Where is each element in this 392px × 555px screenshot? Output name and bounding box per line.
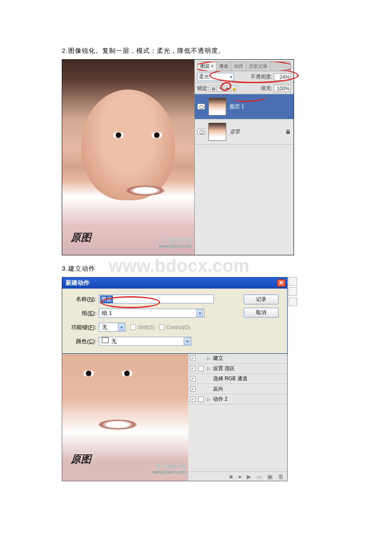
chevron-down-icon: ▾ <box>118 324 125 331</box>
site-watermark-zh: 中国教程网 <box>159 238 192 243</box>
visibility-eye-icon[interactable] <box>197 104 205 110</box>
fnkey-select[interactable]: 无 ▾ <box>99 323 126 332</box>
group-value: 组 1 <box>102 309 112 317</box>
tab-layers[interactable]: 图层 × <box>198 62 216 71</box>
lock-transparency-icon[interactable]: ▨ <box>210 86 216 92</box>
fill-input[interactable]: 100% <box>274 85 291 92</box>
dialog-buttons: 记录 取消 <box>237 295 283 346</box>
side-icon[interactable] <box>288 277 297 286</box>
site-watermark: 中国教程网 www.jcwcn.com <box>159 238 192 249</box>
chevron-down-icon: ▾ <box>196 309 203 317</box>
chevron-down-icon: ▾ <box>230 75 232 79</box>
play-icon[interactable]: ▶ <box>247 473 251 480</box>
action-toggle-checkbox[interactable]: ✓ <box>190 396 196 402</box>
original-label: 原图 <box>71 231 91 244</box>
opacity-label: 不透明度: <box>251 73 272 81</box>
fnkey-value: 无 <box>102 324 107 331</box>
name-value: 磨皮 <box>100 295 113 303</box>
record-button[interactable]: 记录 <box>244 295 279 304</box>
shift-label: Shift(S) <box>138 324 155 330</box>
actions-footer: ■ ● ▶ ▭ ▣ 🗑 <box>188 471 287 481</box>
layer-row[interactable]: 背景 <box>195 119 294 145</box>
row-name: 名称(N): 磨皮 <box>62 295 237 304</box>
expand-triangle-icon[interactable]: ▷ <box>207 356 210 361</box>
row-group: 组(E): 组 1 ▾ <box>62 309 237 318</box>
action-name: 设置 选区 <box>212 365 285 372</box>
new-action-icon[interactable]: ▣ <box>267 473 273 480</box>
face-mouth <box>98 419 137 430</box>
screenshot-1: 原图 中国教程网 www.jcwcn.com 图层 × 通道 动作 历史记录 柔… <box>62 59 294 255</box>
record-icon[interactable]: ● <box>238 473 242 480</box>
action-row[interactable]: ✓ ▷ 动作 2 <box>188 394 287 405</box>
action-toggle-checkbox[interactable]: ✓ <box>190 366 196 371</box>
action-modal-checkbox[interactable] <box>198 366 204 371</box>
action-modal-checkbox[interactable] <box>198 396 204 402</box>
lock-icon <box>285 129 291 135</box>
trash-icon[interactable]: 🗑 <box>278 473 284 480</box>
step2-caption: 2.图像锐化。复制一层，模式：柔光，降低不透明度。 <box>62 47 330 55</box>
color-label: 颜色(C): <box>62 338 99 345</box>
blend-mode-value: 柔光 <box>199 73 209 81</box>
new-set-icon[interactable]: ▭ <box>257 473 262 480</box>
cancel-button[interactable]: 取消 <box>244 308 279 318</box>
actions-panel: ✓ ▷ 建立 ✓ ▷ 设置 选区 ✓ ▷ 选择 RGB 通道 ✓ ▷ <box>188 353 287 481</box>
action-name: 动作 2 <box>212 396 285 403</box>
screenshot-2: 新建动作 ✕ 名称(N): 磨皮 组(E): 组 1 ▾ 功能键(F): <box>62 277 288 481</box>
control-label: Control(O) <box>166 324 190 330</box>
face-eye-left <box>81 370 96 376</box>
lock-label: 锁定: <box>197 85 209 92</box>
action-row[interactable]: ✓ ▷ 选择 RGB 通道 <box>188 374 287 384</box>
layer-thumbnail[interactable] <box>208 123 226 141</box>
color-select[interactable]: 无 ▾ <box>99 337 192 346</box>
layer-name: 图层 1 <box>230 103 244 110</box>
fnkey-label: 功能键(F): <box>62 324 99 331</box>
blend-mode-row: 柔光 ▾ 不透明度: 24% <box>195 71 294 83</box>
site-watermark-url: www.jcwcn.com <box>159 243 192 249</box>
layer-thumbnail[interactable] <box>208 98 226 116</box>
name-input[interactable]: 磨皮 <box>99 295 214 304</box>
side-toolbar <box>288 277 298 306</box>
chevron-down-icon: ▾ <box>184 338 190 345</box>
lock-paint-icon[interactable]: ✎ <box>217 86 223 92</box>
blend-mode-select[interactable]: 柔光 ▾ <box>197 73 234 81</box>
row-color: 颜色(C): 无 ▾ <box>62 337 237 346</box>
group-label: 组(E): <box>62 309 99 317</box>
face-mouth <box>126 185 164 196</box>
side-icon[interactable] <box>288 298 297 306</box>
dialog-titlebar: 新建动作 ✕ <box>62 278 287 289</box>
shift-checkbox[interactable]: Shift(S) <box>130 324 155 330</box>
dialog-body: 名称(N): 磨皮 组(E): 组 1 ▾ 功能键(F): 无 ▾ <box>62 289 287 353</box>
action-row[interactable]: ✓ ▷ 反向 <box>188 384 287 394</box>
color-value: 无 <box>111 338 117 344</box>
visibility-eye-icon[interactable] <box>197 129 205 135</box>
layers-panel: 图层 × 通道 动作 历史记录 柔光 ▾ 不透明度: 24% 锁定: ▨✎✥🔒 … <box>194 60 294 255</box>
action-toggle-checkbox[interactable]: ✓ <box>190 386 196 392</box>
layer-row[interactable]: 图层 1 <box>195 94 294 119</box>
site-watermark-url: www.jcwcn.com <box>153 469 186 475</box>
tab-actions[interactable]: 动作 <box>231 62 246 71</box>
opacity-input[interactable]: 24% <box>274 73 291 81</box>
tab-history[interactable]: 历史记录 <box>246 62 271 71</box>
group-select[interactable]: 组 1 ▾ <box>99 309 205 318</box>
row-fnkey: 功能键(F): 无 ▾ Shift(S) Control(O) <box>62 323 237 332</box>
lock-row: 锁定: ▨✎✥🔒 填充: 100% <box>195 83 294 94</box>
stop-icon[interactable]: ■ <box>229 473 233 480</box>
lock-all-icon[interactable]: 🔒 <box>231 86 237 92</box>
close-button[interactable]: ✕ <box>277 279 285 287</box>
site-watermark-zh: 中国教程网 <box>153 464 186 469</box>
checkbox-icon <box>130 324 136 330</box>
action-toggle-checkbox[interactable]: ✓ <box>190 376 196 382</box>
lock-icons[interactable]: ▨✎✥🔒 <box>210 85 238 92</box>
side-icon[interactable] <box>288 287 297 296</box>
action-toggle-checkbox[interactable]: ✓ <box>190 356 196 361</box>
panel-tabs: 图层 × 通道 动作 历史记录 <box>197 61 291 71</box>
lock-move-icon[interactable]: ✥ <box>224 86 230 92</box>
action-row[interactable]: ✓ ▷ 设置 选区 <box>188 364 287 374</box>
action-row[interactable]: ✓ ▷ 建立 <box>188 353 287 364</box>
expand-triangle-icon[interactable]: ▷ <box>207 366 210 371</box>
fill-value: 100% <box>277 86 290 92</box>
control-checkbox[interactable]: Control(O) <box>159 324 190 330</box>
new-action-dialog: 新建动作 ✕ 名称(N): 磨皮 组(E): 组 1 ▾ 功能键(F): <box>62 277 288 354</box>
expand-triangle-icon[interactable]: ▷ <box>207 397 210 402</box>
tab-channels[interactable]: 通道 <box>216 62 231 71</box>
